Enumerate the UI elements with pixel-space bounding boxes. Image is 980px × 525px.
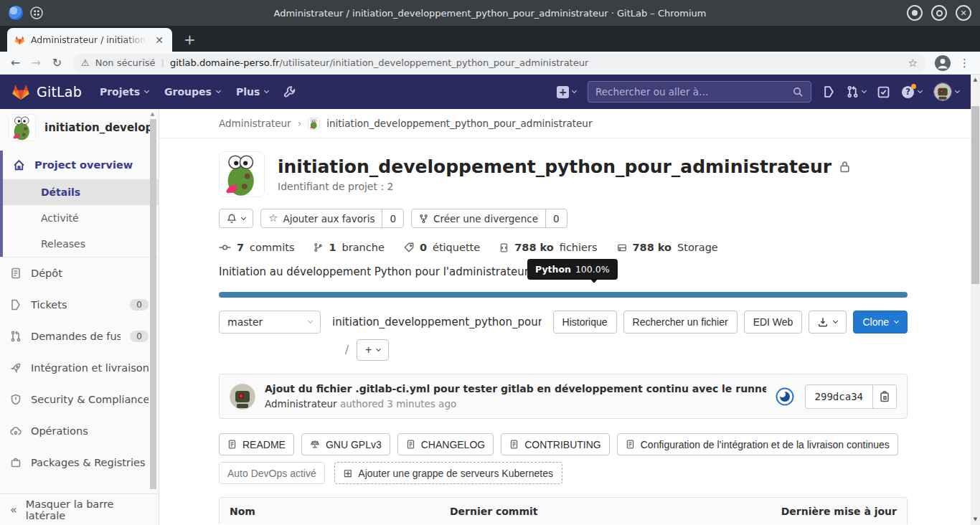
project-avatar	[9, 114, 36, 141]
find-file-button[interactable]: Rechercher un fichier	[623, 311, 738, 334]
url-bar[interactable]: ⚠ Non sécurisé | gitlab.domaine-perso.fr…	[72, 54, 926, 72]
gitlab-brand-name: GitLab	[37, 84, 82, 100]
sidebar-scrollbar-up-arrow[interactable]: ▲	[149, 110, 156, 118]
fork-button[interactable]: Créer une divergence 0	[411, 209, 567, 228]
sidebar-item-releases[interactable]: Releases	[3, 231, 159, 257]
add-file-dropdown[interactable]: +	[357, 339, 389, 361]
sidebar-item-details[interactable]: Détails	[3, 179, 159, 205]
bookmark-star-icon[interactable]: ☆	[908, 57, 918, 70]
gitlab-logo[interactable]: GitLab	[11, 83, 82, 100]
sidebar-project-header[interactable]: initiation_develop...	[0, 109, 159, 146]
svg-text:?: ?	[905, 87, 910, 97]
tab-close-icon[interactable]: ✕	[154, 34, 165, 46]
star-button[interactable]: ☆Ajouter aux favoris 0	[260, 209, 404, 228]
language-bar[interactable]	[219, 292, 908, 298]
copy-sha-button[interactable]	[873, 385, 896, 408]
browser-tab[interactable]: Administrateur / initiation_de ✕	[7, 28, 172, 52]
chevron-down-icon	[144, 88, 149, 93]
path-slash: /	[345, 344, 349, 356]
branch-select[interactable]: master	[219, 311, 321, 334]
close-button[interactable]: ✕	[956, 5, 971, 21]
gitlab-search-input[interactable]	[595, 86, 787, 98]
nav-menu-more[interactable]: Plus	[228, 86, 276, 98]
sidebar-item-ci-cd[interactable]: Intégration et livraison co	[0, 352, 159, 384]
stat-tags[interactable]: 0étiquette	[404, 242, 480, 253]
file-icon	[499, 242, 509, 253]
issues-icon[interactable]	[823, 85, 835, 98]
sidebar-item-project-overview[interactable]: Project overview	[3, 151, 159, 179]
license-button[interactable]: GNU GPLv3	[301, 433, 390, 455]
scrollbar-down-arrow[interactable]: ▼	[971, 515, 980, 524]
url-path: /utilisateur/initiation_developpement_py…	[279, 57, 588, 68]
chevron-down-icon	[918, 88, 923, 93]
web-ide-button[interactable]: EDI Web	[744, 311, 803, 334]
back-icon[interactable]: ←	[6, 56, 25, 70]
project-avatar-large	[219, 151, 265, 197]
admin-wrench-icon[interactable]	[276, 85, 303, 98]
fork-count[interactable]: 0	[545, 209, 567, 227]
breadcrumb-current[interactable]: initiation_developpement_python_pour_adm…	[326, 118, 592, 129]
readme-button[interactable]: README	[219, 433, 294, 455]
stat-files[interactable]: 788 kofichiers	[499, 242, 597, 253]
auto-devops-button[interactable]: Auto DevOps activé	[219, 462, 325, 484]
new-dropdown[interactable]: +	[557, 86, 576, 98]
issues-icon	[10, 299, 22, 311]
commit-message[interactable]: Ajout du fichier .gitlab-ci.yml pour tes…	[265, 383, 766, 394]
sidebar-item-activity[interactable]: Activité	[3, 205, 159, 231]
notifications-dropdown[interactable]	[219, 209, 253, 228]
pipeline-status-running-icon[interactable]	[776, 387, 794, 406]
clone-dropdown[interactable]: Clone	[853, 311, 908, 334]
forward-icon[interactable]: →	[27, 56, 46, 70]
sidebar-item-repository[interactable]: Dépôt	[0, 257, 159, 289]
commit-author[interactable]: Administrateur	[265, 398, 337, 410]
nav-menu-groups[interactable]: Groupes	[156, 86, 228, 98]
url-text: gitlab.domaine-perso.fr/utilisateur/init…	[170, 57, 903, 68]
fork-icon	[419, 214, 428, 224]
ci-configuration-button[interactable]: Configuration de l’intégration et de la …	[617, 433, 898, 455]
reload-icon[interactable]: ↻	[47, 56, 67, 70]
stat-commits[interactable]: 7commits	[219, 242, 294, 253]
star-count[interactable]: 0	[382, 209, 403, 227]
contributing-button[interactable]: CONTRIBUTING	[501, 433, 610, 455]
maximize-button[interactable]	[931, 5, 947, 21]
chevron-down-icon	[572, 88, 577, 93]
help-dropdown[interactable]: ?	[901, 85, 922, 99]
breadcrumb-parent[interactable]: Administrateur	[219, 118, 291, 129]
sidebar-item-packages[interactable]: Packages & Registries	[0, 447, 159, 478]
sidebar-item-security[interactable]: Security & Compliance	[0, 384, 159, 415]
column-header-last-commit[interactable]: Dernier commit	[450, 506, 781, 517]
column-header-name[interactable]: Nom	[230, 506, 450, 517]
column-header-last-update[interactable]: Dernière mise à jour	[781, 506, 897, 517]
nav-menu-projects[interactable]: Projets	[92, 86, 156, 98]
stat-storage[interactable]: 788 koStorage	[617, 242, 718, 253]
scrollbar-thumb[interactable]	[971, 106, 979, 284]
stat-branches[interactable]: 1branche	[314, 242, 384, 253]
project-actions: ☆Ajouter aux favoris 0 Créer une diverge…	[159, 197, 971, 228]
sidebar-scrollbar-thumb[interactable]	[150, 119, 156, 489]
commit-author-avatar[interactable]	[230, 384, 255, 410]
window-menu-icon[interactable]	[30, 6, 43, 19]
minimize-button[interactable]	[907, 5, 923, 21]
merge-requests-dropdown[interactable]	[847, 85, 866, 98]
new-tab-button[interactable]: +	[184, 32, 196, 47]
notification-dot	[911, 84, 916, 89]
user-menu[interactable]	[933, 82, 959, 101]
repo-path[interactable]: initiation_developpement_python_pour_a	[332, 316, 542, 328]
todos-icon[interactable]	[877, 86, 890, 98]
sidebar-item-issues[interactable]: Tickets 0	[0, 289, 159, 321]
changelog-button[interactable]: CHANGELOG	[397, 433, 494, 455]
page-title: initiation_developpement_python_pour_adm…	[278, 156, 831, 177]
page-scrollbar[interactable]: ▲ ▼	[971, 75, 980, 525]
add-kubernetes-button[interactable]: ⊞ Ajouter une grappe de serveurs Kuberne…	[334, 462, 562, 484]
sidebar-collapse-button[interactable]: « Masquer la barre latérale	[0, 493, 159, 525]
browser-menu-icon[interactable]: ⋮	[959, 57, 970, 70]
scrollbar-up-arrow[interactable]: ▲	[971, 75, 980, 85]
global-search[interactable]	[588, 81, 811, 103]
history-button[interactable]: Historique	[553, 311, 617, 334]
sidebar-item-operations[interactable]: Opérations	[0, 415, 159, 447]
download-dropdown[interactable]	[809, 311, 847, 334]
commit-sha: 299dca34	[806, 385, 873, 408]
sidebar-item-merge-requests[interactable]: Demandes de fusion 0	[0, 321, 159, 352]
commit-meta: Administrateur authored 3 minutes ago	[265, 398, 766, 410]
browser-profile-avatar[interactable]	[935, 55, 951, 71]
